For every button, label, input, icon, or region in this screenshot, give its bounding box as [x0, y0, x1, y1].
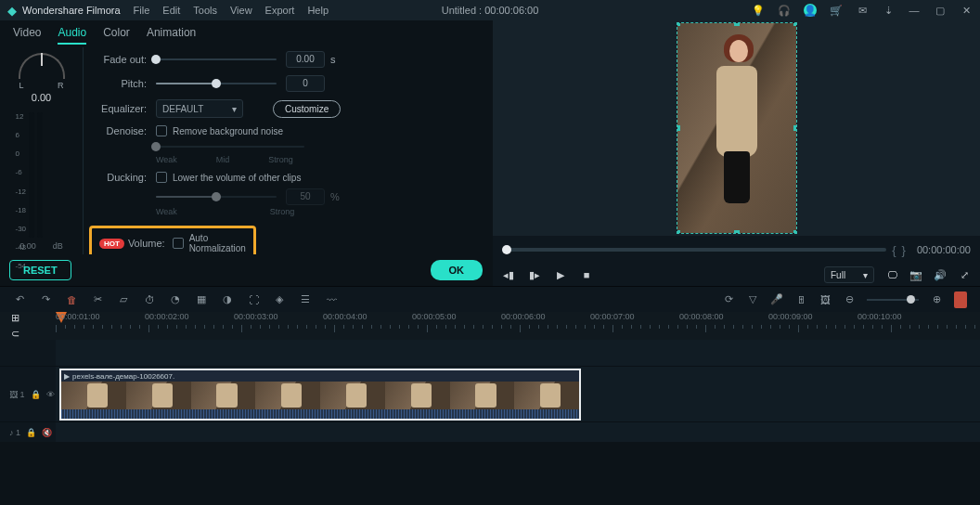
ok-button[interactable]: OK: [431, 260, 484, 280]
mixer-icon[interactable]: 🎚: [794, 293, 807, 306]
ducking-label: Ducking:: [93, 172, 147, 183]
record-indicator[interactable]: [954, 291, 967, 308]
track-manager-icon[interactable]: ⊞: [11, 312, 56, 324]
undo-icon[interactable]: ↶: [13, 293, 26, 306]
ducking-weak-label: Weak: [156, 207, 177, 216]
mail-icon[interactable]: ✉: [856, 4, 869, 17]
lightbulb-icon[interactable]: 💡: [752, 4, 765, 17]
pitch-label: Pitch:: [93, 78, 147, 89]
ducking-strong-label: Strong: [270, 207, 295, 216]
mute-icon[interactable]: 🔇: [42, 428, 52, 437]
zoom-out-icon[interactable]: ⊖: [843, 293, 856, 306]
meter-tick: -12: [16, 188, 27, 196]
greenscreen-icon[interactable]: ▦: [195, 293, 208, 306]
denoise-label: Denoise:: [93, 125, 147, 136]
thumbnail-icon[interactable]: 🖼: [819, 293, 832, 306]
denoise-checkbox-label: Remove background noise: [173, 126, 283, 136]
equalizer-select[interactable]: DEFAULT▾: [156, 99, 243, 118]
lock-icon[interactable]: 🔒: [26, 428, 36, 437]
audio-track-label: ♪ 1: [9, 428, 20, 437]
preview-quality-select[interactable]: Full▾: [824, 266, 874, 283]
reset-button[interactable]: RESET: [9, 260, 71, 280]
close-button[interactable]: ✕: [960, 4, 973, 17]
chevron-down-icon: ▾: [863, 270, 868, 280]
video-track-label: 🖼 1: [9, 390, 25, 399]
lock-icon[interactable]: 🔒: [31, 390, 41, 399]
meter-bottom-time: 0.00: [19, 241, 36, 251]
adjust-icon[interactable]: ☰: [299, 293, 312, 306]
delete-icon[interactable]: 🗑: [65, 293, 78, 306]
app-brand: Wondershare Filmora: [22, 5, 121, 16]
tab-audio[interactable]: Audio: [58, 26, 86, 45]
denoise-slider: [156, 146, 304, 148]
cut-icon[interactable]: ✂: [91, 293, 104, 306]
account-icon[interactable]: 👤: [804, 4, 817, 17]
preview-frame[interactable]: [677, 22, 797, 234]
fadeout-slider[interactable]: [156, 58, 277, 60]
preview-image: [677, 23, 796, 233]
download-icon[interactable]: ⇣: [882, 4, 895, 17]
ducking-slider: [156, 196, 277, 198]
fadeout-value[interactable]: 0.00: [286, 51, 325, 68]
next-frame-button[interactable]: ▮▸: [528, 268, 541, 281]
ruler-time: 00:00:03:00: [234, 312, 323, 321]
denoise-checkbox[interactable]: [156, 125, 167, 136]
prev-frame-button[interactable]: ◂▮: [502, 268, 515, 281]
bracket-left-icon[interactable]: {: [892, 243, 896, 257]
cart-icon[interactable]: 🛒: [830, 4, 843, 17]
bracket-right-icon[interactable]: }: [902, 243, 906, 257]
magnet-icon[interactable]: ⊂: [11, 328, 56, 340]
volume-row-highlight: HOT Volume: Auto Normalization: [89, 226, 256, 254]
tab-animation[interactable]: Animation: [147, 26, 196, 45]
minimize-button[interactable]: —: [908, 4, 921, 17]
menu-file[interactable]: File: [134, 5, 150, 16]
meter-left: [29, 112, 34, 238]
balance-dial[interactable]: [19, 53, 65, 79]
preview-seek-slider[interactable]: [502, 248, 886, 252]
menu-tools[interactable]: Tools: [193, 5, 217, 16]
ducking-checkbox[interactable]: [156, 172, 167, 183]
zoom-slider[interactable]: [867, 299, 919, 301]
audio-wave-icon[interactable]: 〰: [325, 293, 338, 306]
display-icon[interactable]: 🖵: [885, 268, 898, 281]
volume-icon[interactable]: 🔊: [934, 268, 947, 281]
timeline-ruler[interactable]: 00:00:01:0000:00:02:0000:00:03:0000:00:0…: [56, 312, 980, 340]
eye-icon[interactable]: 👁: [46, 390, 55, 399]
menu-export[interactable]: Export: [265, 5, 295, 16]
color-icon[interactable]: ◔: [169, 293, 182, 306]
fullscreen-icon[interactable]: ⤢: [958, 268, 971, 281]
keyframe-icon[interactable]: ◈: [273, 293, 286, 306]
marker-icon[interactable]: ▽: [746, 293, 759, 306]
maximize-button[interactable]: ▢: [934, 4, 947, 17]
play-button[interactable]: ▶: [554, 268, 567, 281]
auto-normalization-checkbox[interactable]: [173, 238, 184, 249]
mic-icon[interactable]: 🎤: [770, 293, 783, 306]
pitch-slider[interactable]: [156, 83, 277, 84]
zoom-in-icon[interactable]: ⊕: [930, 293, 943, 306]
redo-icon[interactable]: ↷: [39, 293, 52, 306]
headphones-icon[interactable]: 🎧: [778, 4, 791, 17]
video-clip[interactable]: ▶pexels-вале-демар-10026607.: [59, 369, 581, 421]
equalizer-customize-button[interactable]: Customize: [273, 100, 341, 118]
snapshot-icon[interactable]: 📷: [909, 268, 922, 281]
tab-video[interactable]: Video: [13, 26, 41, 45]
render-icon[interactable]: ⟳: [722, 293, 735, 306]
clip-name: pexels-вале-демар-10026607.: [72, 372, 174, 381]
equalizer-value: DEFAULT: [162, 104, 203, 114]
ducking-value: 50: [286, 188, 325, 205]
denoise-weak-label: Weak: [156, 155, 177, 164]
tab-color[interactable]: Color: [103, 26, 130, 45]
ruler-time: 00:00:02:00: [145, 312, 234, 321]
menu-help[interactable]: Help: [307, 5, 329, 16]
speed-icon[interactable]: ⏱: [143, 293, 156, 306]
expand-icon[interactable]: ⛶: [247, 293, 260, 306]
meter-tick: 12: [16, 112, 27, 121]
pitch-value[interactable]: 0: [286, 75, 325, 92]
menu-edit[interactable]: Edit: [162, 5, 180, 16]
mask-icon[interactable]: ◑: [221, 293, 234, 306]
stop-button[interactable]: ■: [580, 268, 593, 281]
crop-icon[interactable]: ▱: [117, 293, 130, 306]
hot-badge: HOT: [99, 239, 124, 249]
menu-view[interactable]: View: [230, 5, 252, 16]
ruler-time: 00:00:10:00: [858, 312, 947, 321]
